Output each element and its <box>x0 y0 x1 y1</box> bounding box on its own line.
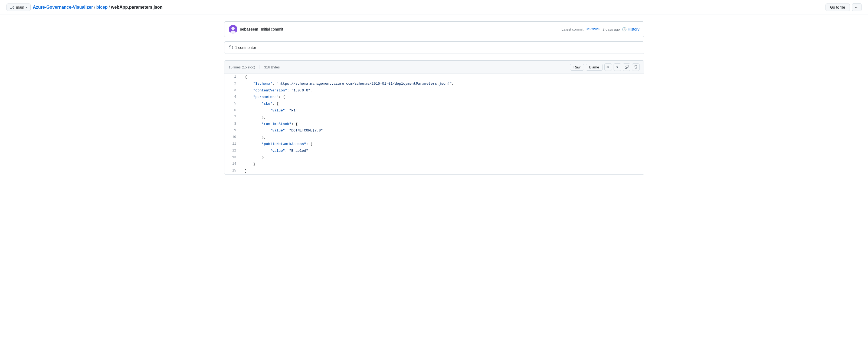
table-row: 1{ <box>224 74 644 80</box>
branch-selector[interactable]: ⎇ main ▾ <box>6 3 31 11</box>
breadcrumb-sep-1: / <box>94 5 95 10</box>
history-icon: 🕐 <box>622 27 627 31</box>
commit-left: sebassem Initial commit <box>229 25 283 34</box>
latest-commit-label: Latest commit <box>562 27 584 31</box>
more-options-button[interactable]: ··· <box>852 3 862 11</box>
line-content: { <box>241 74 644 80</box>
table-row: 15} <box>224 168 644 174</box>
contributors-text: 1 contributor <box>235 45 256 50</box>
line-number: 1 <box>224 74 241 80</box>
table-row: 6 "value": "F1" <box>224 107 644 114</box>
line-number: 10 <box>224 134 241 141</box>
commit-time: 2 days ago <box>602 27 620 31</box>
line-number: 7 <box>224 114 241 121</box>
breadcrumb-bar: ⎇ main ▾ Azure-Governance-Visualizer / b… <box>0 0 868 15</box>
breadcrumb-right: Go to file ··· <box>826 3 862 11</box>
line-number: 15 <box>224 168 241 174</box>
table-row: 7 }, <box>224 114 644 121</box>
table-row: 8 "runtimeStack": { <box>224 121 644 128</box>
contributors-label: contributor <box>238 45 256 50</box>
line-content: } <box>241 161 644 168</box>
repo-link[interactable]: Azure-Governance-Visualizer <box>33 5 93 10</box>
folder-link[interactable]: bicep <box>96 5 108 10</box>
commit-message: Initial commit <box>261 27 283 31</box>
contributors-count: 1 <box>235 45 237 50</box>
line-content: "value": "Enabled" <box>241 148 644 155</box>
file-actions: Raw Blame ✏ ▾ <box>570 63 640 71</box>
line-content: "sku": { <box>241 101 644 107</box>
line-number: 5 <box>224 101 241 107</box>
line-number: 11 <box>224 141 241 148</box>
table-row: 13 } <box>224 155 644 161</box>
table-row: 3 "contentVersion": "1.0.0.0", <box>224 87 644 94</box>
file-viewer: 15 lines (15 sloc) 316 Bytes Raw Blame ✏… <box>224 60 644 175</box>
delete-icon <box>634 65 638 69</box>
table-row: 11 "publicNetworkAccess": { <box>224 141 644 148</box>
line-content: } <box>241 155 644 161</box>
line-content: }, <box>241 134 644 141</box>
commit-author[interactable]: sebassem <box>240 27 258 31</box>
file-header: 15 lines (15 sloc) 316 Bytes Raw Blame ✏… <box>224 61 644 74</box>
line-number: 12 <box>224 148 241 155</box>
line-content: "parameters": { <box>241 94 644 101</box>
line-content: "value": "F1" <box>241 107 644 114</box>
line-content: "publicNetworkAccess": { <box>241 141 644 148</box>
table-row: 10 }, <box>224 134 644 141</box>
line-number: 6 <box>224 107 241 114</box>
line-number: 14 <box>224 161 241 168</box>
file-meta: 15 lines (15 sloc) 316 Bytes <box>229 65 280 69</box>
line-number: 3 <box>224 87 241 94</box>
branch-chevron-icon: ▾ <box>26 6 27 9</box>
table-row: 12 "value": "Enabled" <box>224 148 644 155</box>
history-label: History <box>628 27 640 31</box>
delete-button[interactable] <box>632 63 640 71</box>
line-number: 9 <box>224 127 241 134</box>
line-number: 2 <box>224 80 241 87</box>
size-info: 316 Bytes <box>264 65 280 69</box>
edit-button[interactable]: ✏ <box>604 63 612 71</box>
history-link[interactable]: 🕐 History <box>622 27 640 31</box>
avatar <box>229 25 237 34</box>
lines-info: 15 lines (15 sloc) <box>229 65 255 69</box>
line-number: 4 <box>224 94 241 101</box>
contributors-box: 1 contributor <box>224 41 644 54</box>
line-number: 13 <box>224 155 241 161</box>
line-content: "$schema": "https://schema.management.az… <box>241 80 644 87</box>
line-content: }, <box>241 114 644 121</box>
commit-hash[interactable]: 8c799b3 <box>586 27 600 31</box>
file-meta-separator <box>259 65 260 69</box>
edit-dropdown-button[interactable]: ▾ <box>614 63 621 71</box>
breadcrumb-left: ⎇ main ▾ Azure-Governance-Visualizer / b… <box>6 3 162 11</box>
table-row: 5 "sku": { <box>224 101 644 107</box>
commit-box: sebassem Initial commit Latest commit 8c… <box>224 21 644 37</box>
raw-button[interactable]: Raw <box>570 64 584 71</box>
breadcrumb-path: Azure-Governance-Visualizer / bicep / we… <box>33 5 162 10</box>
copy-button[interactable] <box>623 63 630 71</box>
breadcrumb-sep-2: / <box>109 5 110 10</box>
line-content: } <box>241 168 644 174</box>
line-content: "contentVersion": "1.0.0.0", <box>241 87 644 94</box>
line-content: "value": "DOTNETCORE|7.0" <box>241 127 644 134</box>
svg-point-1 <box>231 27 235 30</box>
copy-icon <box>625 65 628 69</box>
table-row: 2 "$schema": "https://schema.management.… <box>224 80 644 87</box>
main-content: sebassem Initial commit Latest commit 8c… <box>218 15 651 181</box>
dropdown-icon: ▾ <box>616 65 618 69</box>
blame-button[interactable]: Blame <box>586 64 603 71</box>
go-to-file-button[interactable]: Go to file <box>826 3 850 11</box>
current-file: webApp.parameters.json <box>111 5 162 10</box>
edit-icon: ✏ <box>607 65 610 69</box>
commit-right: Latest commit 8c799b3 2 days ago 🕐 Histo… <box>562 27 640 31</box>
line-number: 8 <box>224 121 241 128</box>
branch-icon: ⎇ <box>10 5 14 9</box>
table-row: 9 "value": "DOTNETCORE|7.0" <box>224 127 644 134</box>
branch-label: main <box>16 5 24 9</box>
contributors-icon <box>229 45 233 50</box>
code-table: 1{2 "$schema": "https://schema.managemen… <box>224 74 644 174</box>
table-row: 4 "parameters": { <box>224 94 644 101</box>
line-content: "runtimeStack": { <box>241 121 644 128</box>
table-row: 14 } <box>224 161 644 168</box>
